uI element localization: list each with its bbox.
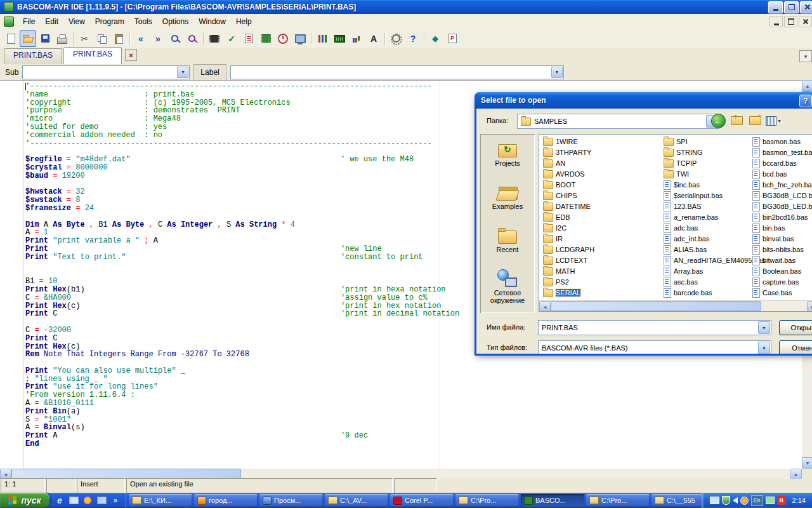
file-item[interactable]: bccard.bas xyxy=(752,158,797,168)
file-item[interactable]: bin.bas xyxy=(752,223,785,233)
display-icon[interactable] xyxy=(710,497,719,504)
chevron-down-icon[interactable]: ▼ xyxy=(758,342,770,354)
folder-item[interactable]: AN xyxy=(543,158,565,168)
file-item[interactable]: a_rename.bas xyxy=(664,212,718,222)
folder-item[interactable]: 1WIRE xyxy=(543,137,578,147)
folder-item[interactable]: CHIPS xyxy=(543,190,577,201)
mdi-close-button[interactable] xyxy=(799,16,812,27)
scroll-up-arrow[interactable]: ▲ xyxy=(802,80,812,91)
file-item[interactable]: Case.bas xyxy=(752,288,792,298)
start-button[interactable]: пуск xyxy=(0,493,49,508)
menu-item-edit[interactable]: Edit xyxy=(40,15,63,29)
label-combobox[interactable]: ▼ xyxy=(230,65,564,79)
print-button[interactable] xyxy=(54,30,70,47)
folder-item[interactable]: MATH xyxy=(543,266,575,276)
folder-item[interactable]: IR xyxy=(543,234,563,244)
file-item[interactable]: binval.bas xyxy=(752,234,794,244)
help-button[interactable]: ? xyxy=(799,95,812,107)
volume-icon[interactable] xyxy=(733,497,738,504)
file-item[interactable]: AN_readHITAG_EM4095.bas xyxy=(664,255,765,265)
horizontal-scrollbar[interactable]: ◄ ► xyxy=(0,469,802,479)
file-item[interactable]: bin2bcd16.bas xyxy=(752,212,808,222)
program-chip-button[interactable] xyxy=(258,30,274,47)
filename-combobox[interactable]: PRINT.BAS ▼ xyxy=(538,320,771,335)
syntax-check-button[interactable]: ✓ xyxy=(223,30,240,47)
folder-item[interactable]: TCPIP xyxy=(664,158,697,168)
lcd-designer-button[interactable] xyxy=(331,30,348,47)
menu-item-tools[interactable]: Tools xyxy=(129,15,157,29)
file-list[interactable]: ◄ ► 1WIRE3THPARTYANAVRDOSBOOTCHIPSDATETI… xyxy=(539,134,812,312)
up-folder-button[interactable] xyxy=(728,113,745,128)
scrollbar-thumb[interactable] xyxy=(551,301,761,311)
mdi-restore-button[interactable] xyxy=(784,16,797,27)
find-next-button[interactable] xyxy=(184,30,200,47)
overflow-chevron-icon[interactable]: » xyxy=(110,495,121,506)
scrollbar-thumb[interactable] xyxy=(11,469,241,479)
restore-button[interactable] xyxy=(784,1,799,13)
taskbar-task[interactable]: C:\Pro... xyxy=(455,494,519,507)
monitor-green-icon[interactable] xyxy=(766,497,775,504)
taskbar-task[interactable]: C:\Pro... xyxy=(586,494,650,507)
menu-item-program[interactable]: Program xyxy=(90,15,129,29)
views-button[interactable]: ▾ xyxy=(765,113,782,128)
cut-button[interactable]: ✂ xyxy=(76,30,93,47)
plugin-button[interactable]: ◆ xyxy=(427,30,443,47)
taskbar-task[interactable]: город... xyxy=(194,494,258,507)
taskbar-task[interactable]: C:\_AV... xyxy=(325,494,388,507)
scroll-right-arrow[interactable]: ► xyxy=(807,301,812,312)
taskbar-task[interactable]: Corel P... xyxy=(390,494,454,507)
graphic-converter-button[interactable] xyxy=(348,30,365,47)
tab-print.bas[interactable]: PRINT.BAS xyxy=(4,48,62,64)
place-recent[interactable]: Recent xyxy=(480,223,535,266)
indent-button[interactable]: » xyxy=(150,30,166,47)
open-file-button[interactable] xyxy=(20,30,36,47)
terminal-button[interactable] xyxy=(292,30,308,47)
folder-combobox[interactable]: SAMPLES ▼ xyxy=(517,114,719,129)
menu-item-window[interactable]: Window xyxy=(193,15,231,29)
unindent-button[interactable]: « xyxy=(133,30,149,47)
paste-button[interactable] xyxy=(110,30,127,47)
internet-explorer-icon[interactable]: e xyxy=(54,495,65,506)
file-item[interactable]: Array.bas xyxy=(664,266,703,276)
place-computer[interactable] xyxy=(480,309,535,313)
help-button[interactable]: ? xyxy=(405,30,421,47)
shield-icon[interactable] xyxy=(722,496,730,505)
sub-combobox[interactable]: ▼ xyxy=(22,65,190,79)
folder-item[interactable]: SERIAL xyxy=(543,288,580,298)
tab-list-button[interactable]: ▾ xyxy=(799,50,812,62)
pdf-report-button[interactable] xyxy=(444,30,461,47)
menu-item-help[interactable]: Help xyxy=(231,15,257,29)
lib-manager-button[interactable] xyxy=(314,30,331,47)
save-button[interactable] xyxy=(37,30,53,47)
folder-item[interactable]: AVRDOS xyxy=(543,169,585,179)
folder-item[interactable]: DATETIME xyxy=(543,201,591,211)
place-network[interactable]: Сетевое окружение xyxy=(480,266,535,309)
yandex-icon[interactable]: Я xyxy=(777,496,786,505)
tab-print.bas[interactable]: PRINT.BAS xyxy=(63,47,122,64)
dialog-title-bar[interactable]: Select file to open ? xyxy=(475,92,812,109)
open-button[interactable]: Открыть xyxy=(779,320,812,335)
scroll-down-arrow[interactable]: ▼ xyxy=(802,457,812,469)
chevron-down-icon[interactable]: ▼ xyxy=(758,321,770,334)
folder-item[interactable]: BOOT xyxy=(543,180,575,190)
folder-item[interactable]: STRING xyxy=(664,147,703,157)
folder-item[interactable]: EDB xyxy=(543,212,570,222)
cancel-button[interactable]: Отмена xyxy=(779,340,812,356)
minimize-button[interactable] xyxy=(768,1,783,13)
folder-item[interactable]: PS2 xyxy=(543,277,569,287)
file-item[interactable]: $serialinput.bas xyxy=(664,190,723,201)
file-item[interactable]: Boolean.bas xyxy=(752,266,801,276)
update-icon[interactable] xyxy=(740,497,749,505)
mdi-minimize-button[interactable] xyxy=(769,16,783,27)
folder-item[interactable]: SPI xyxy=(664,137,688,147)
language-indicator-icon[interactable]: En xyxy=(751,495,763,506)
file-item[interactable]: 123.BAS xyxy=(664,201,701,211)
back-button[interactable] xyxy=(710,113,726,128)
chevron-down-icon[interactable]: ▼ xyxy=(177,67,188,78)
media-player-icon[interactable] xyxy=(82,495,93,506)
file-item[interactable]: BG30dB_LED.bas xyxy=(752,201,812,211)
menu-item-file[interactable]: File xyxy=(18,15,40,29)
folder-item[interactable]: LCDGRAPH xyxy=(543,244,594,255)
file-item[interactable]: bch_fnc_zeh.bas xyxy=(752,180,812,190)
chevron-down-icon[interactable]: ▼ xyxy=(551,67,563,78)
